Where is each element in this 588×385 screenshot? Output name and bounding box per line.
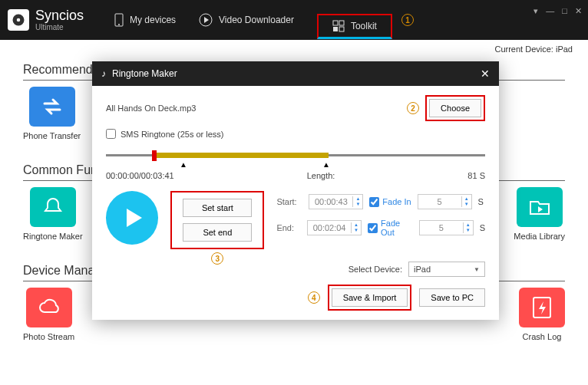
tile-crash-log[interactable]: Crash Log xyxy=(519,288,565,341)
dialog-titlebar: ♪ Ringtone Maker ✕ xyxy=(92,61,499,86)
checkbox-input[interactable] xyxy=(106,129,116,139)
callout-1: 1 xyxy=(401,14,414,26)
phone-icon xyxy=(114,13,124,27)
minimize-icon[interactable]: — xyxy=(546,6,554,16)
brand-name: Syncios xyxy=(35,8,84,24)
tile-phone-transfer[interactable]: Phone Transfer xyxy=(23,87,81,140)
filename: All Hands On Deck.mp3 xyxy=(106,104,407,113)
play-circle-icon xyxy=(199,13,213,27)
waveform[interactable]: ▲ ▲ xyxy=(106,148,485,165)
nav: My devices Video Downloader Toolkit 1 xyxy=(114,13,414,27)
down-arrow-icon[interactable]: ▼ xyxy=(464,228,473,233)
window-controls: ▾ — □ ✕ xyxy=(533,6,582,16)
wave-marker-start[interactable]: ▲ xyxy=(180,160,187,169)
tile-label: Media Library xyxy=(514,232,565,241)
nav-label: My devices xyxy=(130,15,176,25)
set-start-end-group: Set start Set end 3 xyxy=(170,191,264,249)
nav-toolkit[interactable]: Toolkit xyxy=(317,14,392,39)
current-device-value: iPad xyxy=(556,44,573,54)
start-spinner[interactable]: ▲▼ xyxy=(309,194,363,209)
transfer-icon xyxy=(29,87,75,127)
nav-label: Video Downloader xyxy=(219,15,294,25)
tile-photo-stream[interactable]: Photo Stream xyxy=(23,288,74,341)
wave-selection xyxy=(152,153,329,158)
end-input[interactable] xyxy=(308,221,351,235)
select-device-label: Select Device: xyxy=(349,265,402,274)
current-device-label: Current Device: xyxy=(494,44,553,54)
close-icon[interactable]: ✕ xyxy=(575,6,582,16)
bolt-file-icon xyxy=(519,288,565,327)
fade-out-checkbox[interactable]: Fade Out xyxy=(368,219,413,237)
callout-2: 2 xyxy=(407,102,419,114)
choose-button[interactable]: Choose xyxy=(429,99,481,117)
tile-media-library[interactable]: Media Library xyxy=(514,187,565,241)
brand: Syncios Ultimate xyxy=(8,8,84,32)
wave-marker-end[interactable]: ▲ xyxy=(322,160,330,169)
save-import-button[interactable]: Save & Import xyxy=(332,288,408,307)
tile-label: Phone Transfer xyxy=(23,131,81,140)
up-arrow-icon[interactable]: ▲ xyxy=(352,222,361,228)
fade-in-input[interactable] xyxy=(418,195,461,209)
grid-icon xyxy=(332,20,345,32)
callout-3: 3 xyxy=(211,252,223,265)
dialog-close-icon[interactable]: ✕ xyxy=(481,67,490,80)
fade-in-spinner[interactable]: ▲▼ xyxy=(418,194,472,209)
chevron-down-icon: ▼ xyxy=(474,266,480,273)
maximize-icon[interactable]: □ xyxy=(562,6,567,16)
svg-rect-5 xyxy=(333,21,338,25)
fade-in-checkbox[interactable]: Fade In xyxy=(369,197,411,207)
up-arrow-icon[interactable]: ▲ xyxy=(462,196,471,202)
fade-out-input[interactable] xyxy=(420,221,463,235)
cloud-icon xyxy=(26,288,72,327)
play-button[interactable] xyxy=(106,191,158,245)
svg-rect-8 xyxy=(339,27,344,31)
nav-label: Toolkit xyxy=(351,21,377,31)
play-icon xyxy=(122,206,145,229)
device-select[interactable]: iPad ▼ xyxy=(408,262,485,277)
topbar: Syncios Ultimate My devices Video Downlo… xyxy=(0,0,588,40)
callout-4: 4 xyxy=(308,291,320,304)
length-label: Length: xyxy=(307,171,335,180)
end-spinner[interactable]: ▲▼ xyxy=(307,220,362,235)
svg-point-3 xyxy=(118,24,120,25)
fade-out-spinner[interactable]: ▲▼ xyxy=(419,220,474,235)
checkbox-label: SMS Ringtone (25s or less) xyxy=(121,130,224,139)
brand-sub: Ultimate xyxy=(35,23,84,31)
tile-label: Crash Log xyxy=(523,332,562,341)
down-arrow-icon[interactable]: ▼ xyxy=(462,202,471,207)
nav-video-downloader[interactable]: Video Downloader xyxy=(199,13,294,27)
unit-label: S xyxy=(478,197,484,206)
nav-my-devices[interactable]: My devices xyxy=(114,13,176,27)
tile-label: Ringtone Maker xyxy=(23,232,83,241)
save-to-pc-button[interactable]: Save to PC xyxy=(419,288,485,307)
tile-ringtone-maker[interactable]: Ringtone Maker xyxy=(23,187,83,241)
device-select-value: iPad xyxy=(414,265,431,274)
ringtone-maker-dialog: ♪ Ringtone Maker ✕ All Hands On Deck.mp3… xyxy=(92,61,499,320)
menu-icon[interactable]: ▾ xyxy=(533,6,538,16)
start-input[interactable] xyxy=(309,195,352,209)
sms-ringtone-checkbox[interactable]: SMS Ringtone (25s or less) xyxy=(106,129,485,139)
svg-point-1 xyxy=(17,18,21,22)
time-position: 00:00:00/00:03:41 xyxy=(106,171,174,180)
length-value: 81 S xyxy=(467,171,485,180)
set-start-button[interactable]: Set start xyxy=(183,199,252,217)
svg-rect-6 xyxy=(339,21,344,25)
up-arrow-icon[interactable]: ▲ xyxy=(464,222,473,228)
set-end-button[interactable]: Set end xyxy=(183,223,252,242)
svg-rect-7 xyxy=(333,27,338,31)
end-label: End: xyxy=(276,223,301,232)
start-label: Start: xyxy=(276,197,302,206)
down-arrow-icon[interactable]: ▼ xyxy=(352,228,361,233)
tile-label: Photo Stream xyxy=(23,332,74,341)
up-arrow-icon[interactable]: ▲ xyxy=(353,196,362,202)
unit-label: S xyxy=(480,223,485,232)
down-arrow-icon[interactable]: ▼ xyxy=(353,202,362,207)
bell-icon xyxy=(30,187,76,227)
current-device-row: Current Device: iPad xyxy=(0,40,588,58)
brand-logo xyxy=(8,9,29,31)
folder-play-icon xyxy=(517,187,563,227)
dialog-title: Ringtone Maker xyxy=(112,68,177,79)
music-icon: ♪ xyxy=(101,68,106,79)
wave-playhead[interactable] xyxy=(152,150,157,161)
